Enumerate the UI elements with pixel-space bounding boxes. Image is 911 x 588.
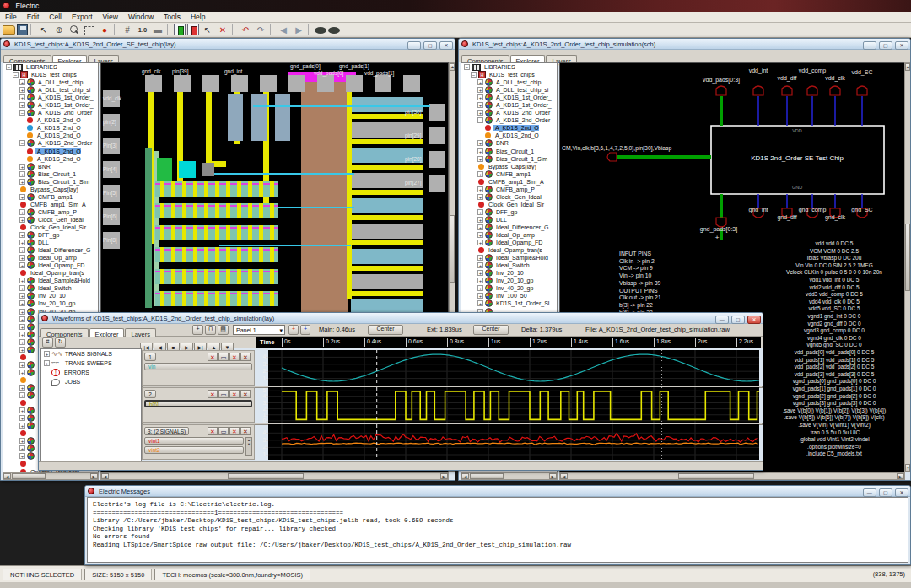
tree-item[interactable]: +Inv_20_10_gp <box>3 299 98 307</box>
pan-icon[interactable]: ⊕ <box>52 24 66 36</box>
tree-expander[interactable]: + <box>19 324 25 330</box>
menu-view[interactable]: View <box>98 12 123 23</box>
tree-expander[interactable]: + <box>19 362 25 368</box>
center-ext-button[interactable]: Center <box>473 325 509 335</box>
tree-item[interactable]: +Bias_Circuit_1 <box>3 170 98 178</box>
tree-expander[interactable]: + <box>477 240 483 245</box>
tree-expander[interactable]: + <box>19 407 25 413</box>
measure-icon[interactable]: ▬ <box>151 24 164 36</box>
tree-item[interactable]: Ideal_Opamp_tran(s <box>3 269 98 277</box>
grow-panel-icon[interactable]: + <box>288 325 299 335</box>
tree-expander[interactable]: + <box>19 392 25 398</box>
messages-window[interactable]: Electric Messages — ▢ ✕ Electric's log f… <box>84 485 911 565</box>
tree-item[interactable]: +A_KD1S_2nd_Order <box>461 109 557 116</box>
tree-item[interactable]: +Ideal_Switch <box>461 262 557 269</box>
tree-expander[interactable]: + <box>477 194 483 200</box>
waveform-plot-panel[interactable] <box>268 350 759 386</box>
menu-edit[interactable]: Edit <box>22 12 45 23</box>
panel-number-button[interactable]: 3: (2 SIGNALS) <box>144 427 189 435</box>
tree-item[interactable]: +DLL <box>3 239 98 246</box>
tree-item[interactable]: +Inv_40_20_gp <box>461 284 557 292</box>
zoom-level-label[interactable]: 1.0 <box>136 24 149 36</box>
signal-button-vint2[interactable]: vint2 <box>144 446 244 454</box>
tree-item[interactable]: +Inv_100_50 <box>461 292 557 299</box>
tree-item[interactable]: +Bias_Circuit_1 <box>461 148 557 155</box>
select-area-icon[interactable] <box>83 24 96 36</box>
probe-icon[interactable]: ● <box>98 24 111 36</box>
forward-arrow-icon[interactable]: ▶ <box>292 24 305 36</box>
tree-expander[interactable]: − <box>19 110 25 116</box>
tree-item[interactable]: +Ideal_Sample&Hold <box>3 277 98 284</box>
tree-item-errors[interactable]: !ERRORS <box>41 368 141 377</box>
tree-item[interactable]: +KD1S_1st_Order_Sl <box>461 299 557 307</box>
tree-expander[interactable]: + <box>477 156 483 162</box>
tree-expander[interactable]: − <box>19 140 25 146</box>
tree-expander[interactable]: + <box>477 270 483 276</box>
tree-expander[interactable]: + <box>19 300 25 306</box>
tree-expander[interactable]: + <box>477 262 483 268</box>
tree-expander[interactable]: + <box>19 255 25 261</box>
tree-item[interactable]: −A_KD1S_2nd_Order <box>3 139 98 147</box>
tree-item[interactable]: +DLL <box>461 216 557 224</box>
tree-expander[interactable]: + <box>19 316 25 322</box>
tree-expander[interactable]: + <box>477 186 483 192</box>
menu-help[interactable]: Help <box>186 12 210 23</box>
tree-item-trans-sweeps[interactable]: +≈≈TRANS SWEEPS <box>41 359 141 368</box>
restore-button[interactable]: ▢ <box>731 316 745 324</box>
tree-item[interactable]: +Inv_20_10_gp <box>461 277 557 284</box>
tree-item[interactable]: +Bias_Circuit_1_Sim <box>3 178 98 186</box>
export-pin-red-icon[interactable] <box>187 24 199 35</box>
tree-expander[interactable]: + <box>19 278 25 283</box>
tree-item-jobs[interactable]: JOBS <box>41 377 141 386</box>
close-button[interactable]: ✕ <box>895 41 908 50</box>
waveform-window[interactable]: Waveforms of KD1S_test_chips:A_KD1S_2nd_… <box>38 312 763 471</box>
erase-icon[interactable]: ✕ <box>216 24 229 36</box>
center-main-button[interactable]: Center <box>368 325 403 335</box>
tree-expander[interactable]: + <box>19 179 25 185</box>
tree-expander[interactable]: + <box>19 79 25 85</box>
vertical-zoom-icon[interactable]: + <box>192 325 203 335</box>
canvas-hscrollbar[interactable]: ◀ ▶ <box>100 472 449 480</box>
tree-item[interactable]: −A_KD1S_2nd_Order <box>3 109 98 116</box>
tree-item[interactable]: +CMFB_amp1 <box>461 170 557 178</box>
tree-expander[interactable]: + <box>477 110 483 116</box>
tree-item[interactable]: +Ideal_Opamp_FD <box>3 262 98 269</box>
waveform-plot-panel[interactable] <box>268 387 759 423</box>
tree-item[interactable]: +BNR <box>461 139 557 147</box>
time-axis[interactable]: Time 0s0.2us0.4us0.6us0.8us1us1.2us1.4us… <box>256 337 761 348</box>
open-icon[interactable] <box>3 25 15 35</box>
app-titlebar[interactable]: Electric <box>0 0 911 12</box>
tree-item[interactable]: +A_KD1S_1st_Order_ <box>3 101 98 109</box>
tree-expander[interactable]: + <box>477 94 483 100</box>
tree-expander[interactable]: + <box>19 339 25 345</box>
tree-expander[interactable]: + <box>19 164 25 170</box>
tree-item[interactable]: +CMFB_amp1 <box>3 193 98 201</box>
tree-expander[interactable]: + <box>19 209 25 215</box>
tree-expander[interactable]: + <box>477 285 483 291</box>
tree-expander[interactable]: − <box>6 64 12 70</box>
minimize-button[interactable]: — <box>863 488 876 497</box>
tree-item[interactable]: +A_KD1S_1st_Order_ <box>461 94 557 101</box>
cursor-mode-icon[interactable]: ↖ <box>201 24 214 36</box>
back-arrow-icon[interactable]: ◀ <box>277 24 290 36</box>
tree-item[interactable]: +Ideal_Opamp_FD <box>461 239 557 246</box>
tree-expander[interactable]: + <box>477 278 483 283</box>
tree-expander[interactable]: + <box>19 423 25 429</box>
redo-icon[interactable]: ↷ <box>254 24 267 36</box>
tree-expander[interactable]: + <box>19 232 25 238</box>
expand-icon[interactable] <box>315 27 326 34</box>
signal-button-vin[interactable]: vin <box>144 363 252 370</box>
tree-expander[interactable]: + <box>19 217 25 223</box>
tree-item[interactable]: +A_DLL_test_chip_si <box>3 86 98 94</box>
signal-list-scrollbar[interactable]: ▲ ▼ <box>245 437 252 456</box>
grid-icon[interactable]: # <box>121 24 134 36</box>
tree-expander[interactable]: + <box>19 293 25 299</box>
tree-expander[interactable]: + <box>19 94 25 100</box>
tree-expander[interactable]: + <box>19 445 25 451</box>
delete-signal-button[interactable]: ✕ <box>208 353 218 361</box>
tree-item[interactable]: A_KD1S_2nd_O <box>461 124 557 132</box>
tree-item[interactable]: +Clock_Gen_Ideal <box>461 193 557 201</box>
export-pin-green-icon[interactable] <box>174 24 186 35</box>
delete-signal-button[interactable]: ✕ <box>208 427 218 435</box>
grid-toggle-icon[interactable]: # <box>42 337 53 348</box>
